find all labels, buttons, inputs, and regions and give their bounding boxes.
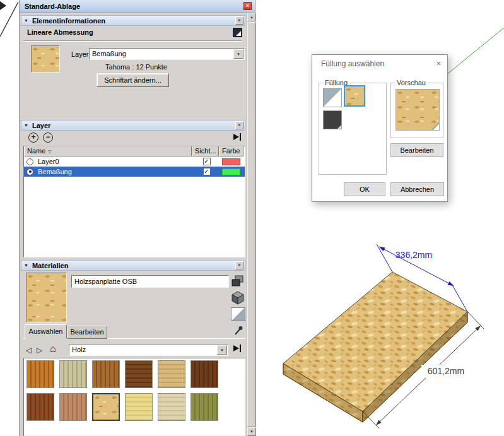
material-list xyxy=(23,358,245,436)
column-label: Name xyxy=(27,147,45,155)
layer-row[interactable]: Bemaßung✓ xyxy=(24,167,245,177)
collection-dropdown[interactable]: Holz ▼ xyxy=(69,344,228,356)
dropdown-arrow-icon[interactable]: ▼ xyxy=(233,49,243,59)
forward-icon[interactable]: ▷ xyxy=(37,346,42,355)
section-header-materials[interactable]: ▼ Materialien × xyxy=(21,260,245,271)
font-info: Tahoma : 12 Punkte xyxy=(70,63,202,71)
edit-button[interactable]: Bearbeiten xyxy=(390,143,443,157)
collection-dropdown-value: Holz xyxy=(72,346,216,353)
layer-name: Bemaßung xyxy=(38,168,193,175)
layer-visible-checkbox[interactable]: ✓ xyxy=(203,168,211,175)
fill-swatch[interactable] xyxy=(323,110,342,129)
cancel-button[interactable]: Abbrechen xyxy=(390,182,444,196)
layer-current-radio[interactable] xyxy=(26,158,33,165)
preview-group-label: Vorschau xyxy=(395,79,428,86)
layer-table-header: Name▽ Sicht... Farbe xyxy=(24,146,245,156)
layer-list: Name▽ Sicht... Farbe Layer0✓Bemaßung✓ xyxy=(23,146,245,257)
layer-color-swatch[interactable] xyxy=(222,158,240,165)
layer-visible-checkbox[interactable]: ✓ xyxy=(203,158,211,165)
collapse-icon[interactable]: ▼ xyxy=(24,123,28,127)
fill-group: Füllung xyxy=(319,83,387,175)
material-swatch[interactable] xyxy=(190,393,218,421)
collapse-icon[interactable]: ▼ xyxy=(24,263,28,268)
secondary-pane-icon[interactable] xyxy=(231,275,244,287)
dimension-label-length: 601,2mm xyxy=(428,366,464,376)
entity-material-thumbnail[interactable] xyxy=(31,45,60,73)
tray-scrollbar[interactable]: ▲ ▼ xyxy=(247,13,255,436)
layer-label: Layer: xyxy=(71,50,91,58)
fill-swatch[interactable] xyxy=(323,88,342,107)
sample-paint-icon[interactable] xyxy=(233,324,243,337)
tab-bearbeiten[interactable]: Bearbeiten xyxy=(67,326,107,339)
entity-heading: Lineare Abmessung xyxy=(27,28,93,36)
material-swatch[interactable] xyxy=(59,360,87,388)
layer-current-radio[interactable] xyxy=(26,168,33,175)
add-layer-button[interactable]: + xyxy=(28,133,38,143)
section-title: Elementinformationen xyxy=(32,17,105,25)
change-font-button[interactable]: Schriftart ändern... xyxy=(97,73,169,87)
layer-color-swatch[interactable] xyxy=(222,168,240,175)
toggle-attributes-icon[interactable] xyxy=(233,28,242,37)
pane-options-icon[interactable] xyxy=(232,132,242,142)
material-swatch[interactable] xyxy=(158,393,185,421)
material-swatch[interactable] xyxy=(190,360,218,388)
layer-row[interactable]: Layer0✓ xyxy=(24,156,245,167)
ok-button[interactable]: OK xyxy=(344,182,385,196)
home-icon[interactable]: ⌂ xyxy=(50,343,56,355)
material-swatch[interactable] xyxy=(158,360,185,388)
tray-title: Standard-Ablage xyxy=(25,3,80,10)
material-name-input[interactable] xyxy=(71,275,229,288)
scroll-down-icon[interactable]: ▼ xyxy=(247,427,256,436)
section-title: Layer xyxy=(32,122,50,129)
column-header-color[interactable]: Farbe xyxy=(219,146,243,156)
fill-swatch[interactable] xyxy=(344,85,365,107)
sketchup-window: 336,2mm 601,2mm Standard-Ablage × ▼ Elem… xyxy=(0,0,504,436)
section-header-layers[interactable]: ▼ Layer × xyxy=(21,120,245,131)
create-material-icon[interactable] xyxy=(231,290,245,305)
section-close-icon[interactable]: × xyxy=(235,261,243,269)
default-material-swatch[interactable] xyxy=(231,307,245,321)
tab-auswaehlen[interactable]: Auswählen xyxy=(25,324,67,339)
scroll-up-icon[interactable]: ▲ xyxy=(247,13,256,21)
section-close-icon[interactable]: × xyxy=(235,121,243,129)
column-header-visible[interactable]: Sicht... xyxy=(192,146,219,156)
preview-corner-mark xyxy=(431,122,439,130)
pane-options-icon[interactable] xyxy=(232,343,242,353)
layer-dropdown[interactable]: Bemaßung ▼ xyxy=(89,48,245,60)
material-swatch[interactable] xyxy=(92,393,120,421)
scrollbar-thumb[interactable] xyxy=(247,22,256,427)
section-header-entity-info[interactable]: ▼ Elementinformationen × xyxy=(21,15,245,26)
material-swatch[interactable] xyxy=(59,393,87,421)
left-edge-axis-lines xyxy=(0,1,18,37)
material-swatch[interactable] xyxy=(26,393,54,421)
column-header-name[interactable]: Name▽ xyxy=(24,146,192,156)
dropdown-arrow-icon[interactable]: ▼ xyxy=(217,345,227,355)
material-swatch[interactable] xyxy=(26,360,54,388)
collapse-icon[interactable]: ▼ xyxy=(24,18,28,23)
back-icon[interactable]: ◁ xyxy=(26,346,32,355)
section-close-icon[interactable]: × xyxy=(235,16,243,25)
section-title: Materialien xyxy=(32,262,68,269)
tray-panel: Standard-Ablage × ▼ Elementinformationen… xyxy=(19,0,255,436)
layer-dropdown-value: Bemaßung xyxy=(92,50,233,57)
remove-layer-button[interactable]: − xyxy=(43,133,53,143)
material-preview-thumbnail[interactable] xyxy=(26,273,67,322)
divider xyxy=(23,40,242,42)
material-swatch[interactable] xyxy=(125,393,153,421)
fill-preview xyxy=(396,89,440,131)
dialog-close-icon[interactable]: × xyxy=(436,59,441,68)
dimension-label-width: 336,2mm xyxy=(396,250,432,260)
dialog-titlebar[interactable]: Füllung auswählen × xyxy=(312,55,447,72)
fill-dialog: Füllung auswählen × Füllung Vorschau Bea… xyxy=(312,54,448,202)
material-swatch[interactable] xyxy=(92,360,120,388)
osb-board[interactable] xyxy=(283,272,467,422)
material-grid xyxy=(24,358,245,435)
preview-group: Vorschau xyxy=(390,83,443,138)
material-swatch[interactable] xyxy=(125,360,153,388)
layer-rows: Layer0✓Bemaßung✓ xyxy=(24,156,245,177)
dialog-title: Füllung auswählen xyxy=(321,59,384,68)
tray-titlebar[interactable]: Standard-Ablage × xyxy=(20,0,255,13)
sort-icon: ▽ xyxy=(48,150,51,154)
fill-swatch-list xyxy=(319,83,386,174)
tray-close-button[interactable]: × xyxy=(243,2,252,10)
